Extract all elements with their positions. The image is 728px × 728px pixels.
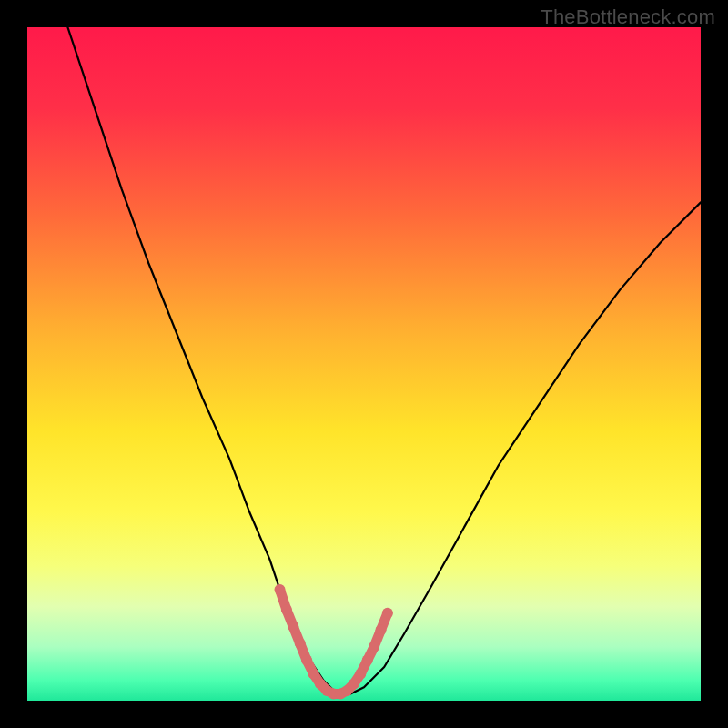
chart-curve-layer: [27, 27, 701, 701]
chart-plot-area: [27, 27, 701, 701]
optimal-range-dot: [376, 624, 387, 635]
watermark-text: TheBottleneck.com: [541, 5, 715, 29]
optimal-range-dot: [355, 668, 366, 679]
optimal-range-dot: [369, 642, 379, 652]
optimal-range-dot: [362, 655, 373, 666]
optimal-range-dot: [295, 638, 306, 649]
optimal-range-dot: [308, 668, 319, 679]
optimal-range-dot: [382, 608, 393, 619]
bottleneck-curve: [67, 27, 701, 694]
optimal-range-dot: [281, 604, 292, 615]
optimal-range-dot: [275, 584, 286, 595]
optimal-range-highlight: [275, 584, 393, 700]
optimal-range-dot: [288, 622, 298, 632]
optimal-range-dot: [349, 679, 359, 690]
optimal-range-dot: [301, 655, 312, 666]
